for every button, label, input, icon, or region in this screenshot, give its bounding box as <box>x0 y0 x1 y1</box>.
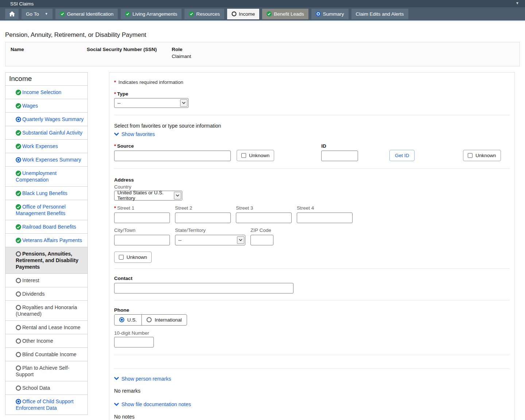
open-circle-icon <box>16 338 22 344</box>
sidebar-item-label: Quarterly Wages Summary <box>22 116 83 122</box>
country-select-value: United States or U.S. Territory <box>117 190 174 201</box>
id-label: ID <box>321 143 358 149</box>
complete-check-icon <box>16 130 22 136</box>
complete-check-icon <box>125 11 130 16</box>
sidebar-item-label: Black Lung Benefits <box>22 190 67 196</box>
sidebar-item-railroad-board-benefits[interactable]: Railroad Board Benefits <box>5 220 88 234</box>
page-title: Pension, Annuity, Retirement, or Disabil… <box>5 31 520 39</box>
id-unknown-checkbox[interactable]: Unknown <box>463 150 501 161</box>
zip-input[interactable] <box>250 235 273 245</box>
sidebar-item-label: Other Income <box>22 338 53 344</box>
checkbox-icon <box>119 255 124 260</box>
sidebar-item-label: Pensions, Annuities, Retirement, and Dis… <box>16 251 78 270</box>
show-favorites-link[interactable]: Show favorites <box>114 131 155 137</box>
phone-label: Phone <box>114 307 510 313</box>
select-arrow-icon <box>180 99 187 107</box>
in-progress-icon <box>16 116 22 122</box>
complete-check-icon <box>16 190 22 196</box>
open-circle-icon <box>16 385 22 391</box>
tab-living-arrangements[interactable]: Living Arrangements <box>121 9 182 19</box>
tab-benefit-leads[interactable]: Benefit Leads <box>262 9 308 19</box>
state-select[interactable]: -- <box>175 235 245 245</box>
sidebar-item-work-expenses[interactable]: Work Expenses <box>5 140 88 153</box>
sidebar-item-unemployment-compensation[interactable]: Unemployment Compensation <box>5 167 88 187</box>
phone-number-label: 10-digit Number <box>114 330 510 336</box>
type-label: *Type <box>114 91 510 97</box>
open-circle-icon <box>16 277 22 283</box>
phone-type-radio-group: U.S. International <box>114 314 187 326</box>
sidebar-item-rental-and-lease-income: Rental and Lease Income <box>5 321 88 334</box>
sidebar-item-work-expenses-summary[interactable]: Work Expenses Summary <box>5 153 88 167</box>
sidebar-item-substantial-gainful-activity[interactable]: Substantial Gainful Activity <box>5 126 88 140</box>
street2-input[interactable] <box>175 213 231 223</box>
source-label: *Source <box>114 143 231 149</box>
phone-international-radio[interactable]: International <box>141 315 186 325</box>
street1-input[interactable] <box>114 213 170 223</box>
sidebar-item-label: School Data <box>22 385 50 391</box>
sidebar-item-label: Income Selection <box>22 89 61 95</box>
open-circle-icon <box>16 351 22 357</box>
sidebar-item-pensions-annuities-retirement-and-disability-payments[interactable]: Pensions, Annuities, Retirement, and Dis… <box>5 247 88 274</box>
name-label: Name <box>11 47 87 52</box>
sidebar-item-label: Royalties and Honoraria (Unearned) <box>16 304 77 317</box>
sidebar-item-black-lung-benefits[interactable]: Black Lung Benefits <box>5 187 88 200</box>
id-input[interactable] <box>321 151 358 161</box>
sidebar-item-label: Wages <box>22 103 38 109</box>
tab-label: Living Arrangements <box>132 11 177 17</box>
sidebar-item-wages[interactable]: Wages <box>5 99 88 113</box>
phone-number-input[interactable] <box>114 337 154 347</box>
open-circle-icon <box>16 291 22 297</box>
show-person-remarks-link[interactable]: Show person remarks <box>114 376 171 382</box>
street1-label: *Street 1 <box>114 205 170 211</box>
select-arrow-icon <box>174 192 181 199</box>
complete-check-icon <box>16 224 22 230</box>
type-select-value: -- <box>117 100 121 106</box>
sidebar-item-label: Interest <box>22 277 39 283</box>
main-nav: Go To ▼ General IdentificationLiving Arr… <box>0 7 525 21</box>
sidebar-item-income-selection[interactable]: Income Selection <box>5 86 88 99</box>
sidebar-item-label: Rental and Lease Income <box>22 324 81 330</box>
street3-input[interactable] <box>236 213 292 223</box>
source-input[interactable] <box>114 151 231 161</box>
collapse-caret-icon[interactable]: ▼ <box>516 1 519 5</box>
sidebar-item-office-of-personnel-management-benefits[interactable]: Office of Personnel Management Benefits <box>5 200 88 220</box>
tab-claim-edits-and-alerts[interactable]: Claim Edits and Alerts <box>351 9 408 19</box>
sidebar-item-quarterly-wages-summary[interactable]: Quarterly Wages Summary <box>5 113 88 126</box>
phone-us-radio[interactable]: U.S. <box>114 315 141 325</box>
tab-resources[interactable]: Resources <box>184 9 224 19</box>
tab-summary[interactable]: Summary <box>311 9 349 19</box>
complete-check-icon <box>16 237 22 243</box>
sidebar-item-veterans-affairs-payments[interactable]: Veterans Affairs Payments <box>5 234 88 247</box>
pension-form-panel: * Indicates required information *Type -… <box>109 72 515 420</box>
open-circle-icon <box>16 324 22 330</box>
chevron-down-icon <box>114 133 119 136</box>
sidebar-item-office-of-child-support-enforcement-data[interactable]: Office of Child Support Enforcement Data <box>5 395 88 415</box>
get-id-button[interactable]: Get ID <box>389 150 415 161</box>
tab-income[interactable]: Income <box>227 9 259 19</box>
sidebar-item-label: Dividends <box>22 291 44 297</box>
complete-check-icon <box>16 143 22 149</box>
income-sidebar: Income Income SelectionWagesQuarterly Wa… <box>5 72 88 415</box>
contact-input[interactable] <box>114 283 293 293</box>
sidebar-item-label: Blind Countable Income <box>22 351 77 357</box>
open-circle-icon <box>16 251 22 257</box>
source-unknown-checkbox[interactable]: Unknown <box>237 150 274 161</box>
show-file-notes-link[interactable]: Show file documentation notes <box>114 401 191 407</box>
street4-input[interactable] <box>297 213 353 223</box>
country-select[interactable]: United States or U.S. Territory <box>114 191 182 201</box>
sidebar-item-royalties-and-honoraria-unearned: Royalties and Honoraria (Unearned) <box>5 301 88 321</box>
tab-label: Resources <box>196 11 220 17</box>
tab-general-identification[interactable]: General Identification <box>55 9 118 19</box>
chevron-down-icon <box>114 377 119 380</box>
address-unknown-checkbox[interactable]: Unknown <box>114 252 152 263</box>
home-button[interactable] <box>5 9 19 19</box>
in-progress-icon <box>16 157 22 163</box>
chevron-down-icon: ▼ <box>45 12 48 16</box>
app-title-bar: SSI Claims ▼ <box>0 0 525 7</box>
type-select[interactable]: -- <box>114 98 188 108</box>
go-to-menu-button[interactable]: Go To ▼ <box>22 9 52 19</box>
sidebar-item-dividends: Dividends <box>5 287 88 301</box>
zip-label: ZIP Code <box>250 228 273 233</box>
sidebar-item-label: Veterans Affairs Payments <box>22 237 82 243</box>
city-input[interactable] <box>114 235 170 245</box>
